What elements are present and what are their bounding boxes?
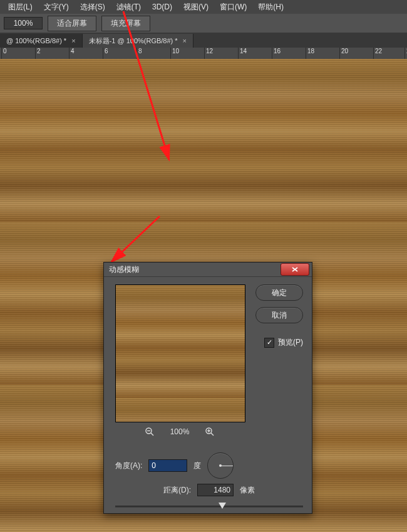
distance-label: 距离(D): — [163, 485, 191, 496]
menu-type[interactable]: 文字(Y) — [38, 0, 75, 14]
dialog-buttons: 确定 取消 — [255, 284, 303, 323]
ruler-tick: 14 — [238, 48, 247, 59]
menu-select[interactable]: 选择(S) — [75, 0, 111, 14]
fill-screen-button[interactable]: 填充屏幕 — [101, 16, 150, 31]
ruler-tick: 6 — [103, 48, 108, 59]
menu-window[interactable]: 窗口(W) — [214, 0, 252, 14]
document-tab-2[interactable]: 未标题-1 @ 100%(RGB/8#) * × — [83, 34, 193, 48]
slider-thumb[interactable] — [219, 503, 226, 509]
angle-dial-needle — [220, 466, 233, 466]
angle-unit: 度 — [193, 461, 201, 471]
document-tab-2-label: 未标题-1 @ 100%(RGB/8#) * — [89, 36, 178, 46]
zoom-level-field[interactable]: 100% — [4, 17, 43, 29]
ruler-tick: 2 — [35, 48, 41, 59]
preview-checkbox-row: ✓ 预览(P) — [264, 337, 303, 348]
zoom-in-icon — [205, 427, 215, 437]
preview-zoom-label: 100% — [170, 427, 190, 436]
preview-zoom-row: 100% — [115, 426, 244, 437]
preview-checkbox-label: 预览(P) — [278, 337, 303, 348]
zoom-out-button[interactable] — [144, 426, 155, 437]
angle-label: 角度(A): — [115, 461, 142, 471]
menu-3d[interactable]: 3D(D) — [147, 1, 178, 13]
svg-line-8 — [211, 433, 214, 436]
angle-dial[interactable] — [207, 452, 234, 479]
cancel-button[interactable]: 取消 — [255, 307, 303, 323]
preview-checkbox[interactable]: ✓ — [264, 338, 274, 348]
options-bar: 100% 适合屏幕 填充屏幕 — [0, 14, 407, 33]
document-tab-1-label: @ 100%(RGB/8#) * — [6, 37, 66, 44]
close-icon — [291, 266, 299, 273]
slider-track — [115, 506, 303, 508]
distance-row: 距离(D): 1480 像素 — [115, 484, 303, 496]
menu-help[interactable]: 帮助(H) — [252, 0, 289, 14]
angle-dial-center — [219, 464, 222, 467]
distance-slider[interactable] — [115, 501, 303, 511]
dialog-title: 动感模糊 — [109, 264, 139, 275]
menu-filter[interactable]: 滤镜(T) — [111, 0, 147, 14]
dialog-body: 100% 确定 取消 ✓ 预览(P) — [104, 277, 312, 514]
horizontal-ruler: 0 2 4 6 8 10 12 14 16 18 20 22 24 — [0, 48, 407, 60]
ruler-tick: 4 — [69, 48, 75, 59]
ruler-tick: 22 — [373, 48, 382, 59]
ruler-tick: 24 — [404, 48, 407, 59]
dialog-close-button[interactable] — [281, 263, 309, 276]
ruler-tick: 0 — [1, 48, 7, 59]
menu-bar: 图层(L) 文字(Y) 选择(S) 滤镜(T) 3D(D) 视图(V) 窗口(W… — [0, 0, 407, 14]
distance-unit: 像素 — [240, 485, 255, 496]
dialog-titlebar[interactable]: 动感模糊 — [104, 263, 312, 277]
ok-button[interactable]: 确定 — [255, 284, 303, 301]
document-tab-bar: @ 100%(RGB/8#) * × 未标题-1 @ 100%(RGB/8#) … — [0, 33, 407, 48]
svg-line-5 — [151, 433, 153, 436]
menu-layer[interactable]: 图层(L) — [3, 0, 38, 14]
angle-row: 角度(A): 0 度 — [115, 452, 303, 479]
document-tab-1[interactable]: @ 100%(RGB/8#) * × — [0, 34, 83, 48]
close-icon[interactable]: × — [183, 37, 187, 44]
ruler-tick: 20 — [339, 48, 348, 59]
motion-blur-dialog: 动感模糊 100% — [103, 262, 312, 514]
preview-panel[interactable] — [115, 284, 245, 422]
ruler-tick: 12 — [204, 48, 213, 59]
close-icon[interactable]: × — [71, 37, 75, 44]
menu-view[interactable]: 视图(V) — [178, 0, 214, 14]
zoom-in-button[interactable] — [204, 426, 215, 437]
ruler-tick: 8 — [137, 48, 142, 59]
ruler-tick: 16 — [272, 48, 281, 59]
fit-screen-button[interactable]: 适合屏幕 — [48, 16, 96, 31]
angle-input[interactable]: 0 — [148, 459, 187, 472]
zoom-out-icon — [145, 427, 155, 437]
distance-input[interactable]: 1480 — [197, 484, 234, 496]
preview-image — [116, 285, 245, 422]
ruler-tick: 10 — [170, 48, 179, 59]
ruler-tick: 18 — [306, 48, 314, 59]
